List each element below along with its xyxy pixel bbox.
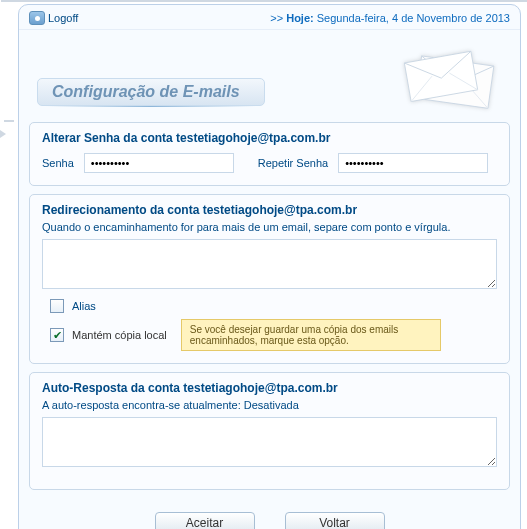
redirect-instructions: Quando o encaminhamento for para mais de… xyxy=(42,221,497,233)
envelope-icon xyxy=(390,40,520,114)
forward-addresses-input[interactable] xyxy=(42,239,497,289)
alias-checkbox[interactable] xyxy=(50,299,64,313)
logoff-label: Logoff xyxy=(48,12,78,24)
redirect-section: Redirecionamento da conta testetiagohoje… xyxy=(29,194,510,364)
topbar: Logoff >> Hoje: Segunda-feira, 4 de Nove… xyxy=(19,5,520,30)
autoresponse-status: A auto-resposta encontra-se atualmente: … xyxy=(42,399,497,411)
today-date: >> Hoje: Segunda-feira, 4 de Novembro de… xyxy=(270,12,510,24)
back-button[interactable]: Voltar xyxy=(285,512,385,529)
password-heading: Alterar Senha da conta testetiagohoje@tp… xyxy=(42,131,497,145)
password-input[interactable] xyxy=(84,153,234,173)
page-title: Configuração de E-mails xyxy=(37,78,265,106)
logoff-icon xyxy=(29,11,45,25)
repeat-password-label: Repetir Senha xyxy=(258,157,328,169)
alias-label: Alias xyxy=(72,300,96,312)
autoresponse-heading: Auto-Resposta da conta testetiagohoje@tp… xyxy=(42,381,497,395)
password-section: Alterar Senha da conta testetiagohoje@tp… xyxy=(29,122,510,186)
autoresponse-section: Auto-Resposta da conta testetiagohoje@tp… xyxy=(29,372,510,490)
password-label: Senha xyxy=(42,157,74,169)
keep-copy-hint: Se você desejar guardar uma cópia dos em… xyxy=(181,319,441,351)
accept-button[interactable]: Aceitar xyxy=(155,512,255,529)
logoff-link[interactable]: Logoff xyxy=(29,11,78,25)
config-panel: Logoff >> Hoje: Segunda-feira, 4 de Nove… xyxy=(18,4,521,529)
redirect-heading: Redirecionamento da conta testetiagohoje… xyxy=(42,203,497,217)
button-row: Aceitar Voltar xyxy=(19,498,520,529)
hero-banner: Configuração de E-mails xyxy=(19,30,520,114)
autoresponse-body-input[interactable] xyxy=(42,417,497,467)
keep-copy-label: Mantém cópia local xyxy=(72,329,167,341)
keep-copy-checkbox[interactable] xyxy=(50,328,64,342)
repeat-password-input[interactable] xyxy=(338,153,488,173)
